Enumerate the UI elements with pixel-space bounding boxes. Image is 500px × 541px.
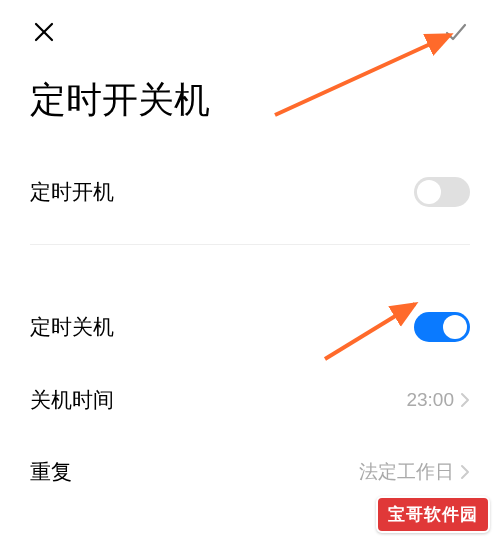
power-on-label: 定时开机 — [30, 178, 114, 206]
row-scheduled-power-on: 定时开机 — [0, 155, 500, 229]
header-bar — [0, 0, 500, 56]
row-scheduled-power-off: 定时关机 — [0, 290, 500, 364]
shutdown-time-label: 关机时间 — [30, 386, 114, 414]
watermark-badge: 宝哥软件园 — [376, 496, 490, 533]
shutdown-time-value: 23:00 — [406, 389, 470, 411]
row-shutdown-time[interactable]: 关机时间 23:00 — [0, 364, 500, 436]
spacer — [0, 260, 500, 290]
divider — [30, 244, 470, 245]
power-off-toggle[interactable] — [414, 312, 470, 342]
page-title: 定时开关机 — [0, 56, 500, 155]
power-off-label: 定时关机 — [30, 313, 114, 341]
repeat-label: 重复 — [30, 458, 72, 486]
confirm-button[interactable] — [442, 18, 470, 46]
repeat-value: 法定工作日 — [359, 459, 470, 485]
chevron-right-icon — [460, 392, 470, 408]
shutdown-time-text: 23:00 — [406, 389, 454, 411]
close-icon — [33, 21, 55, 43]
repeat-text: 法定工作日 — [359, 459, 454, 485]
chevron-right-icon — [460, 464, 470, 480]
toggle-thumb — [443, 315, 467, 339]
check-icon — [443, 19, 469, 45]
power-on-toggle[interactable] — [414, 177, 470, 207]
close-button[interactable] — [30, 18, 58, 46]
toggle-thumb — [417, 180, 441, 204]
